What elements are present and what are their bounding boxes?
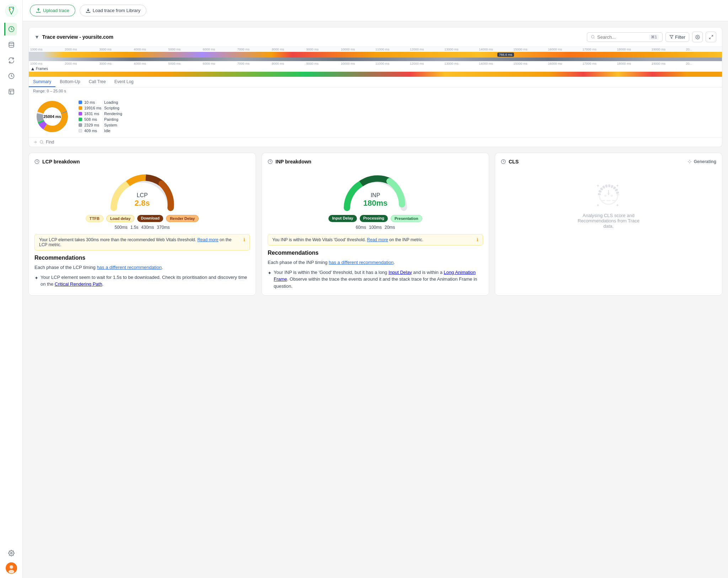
topbar: Upload trace Load trace from Library — [23, 0, 728, 21]
trace-overview-title: ▼ Trace overview - yoursite.com — [34, 34, 113, 40]
trace-search-input[interactable] — [597, 34, 647, 40]
inp-input-delay-link[interactable]: Input Delay — [389, 270, 412, 275]
legend-dot-rendering — [79, 112, 82, 115]
inp-phase-values: 60ms 100ms 20ms — [268, 225, 483, 230]
tab-summary[interactable]: Summary — [29, 77, 55, 87]
inp-val-presentation: 20ms — [385, 225, 395, 230]
inp-center-label: INP 180ms — [363, 192, 388, 208]
settings-button[interactable] — [692, 32, 703, 42]
sparkles-icon — [687, 160, 692, 164]
svg-point-15 — [697, 36, 698, 37]
inp-header: INP breakdown — [268, 159, 483, 164]
timeline-main-bar: 766.6 ms — [29, 52, 722, 58]
frames-label-row: Frames — [29, 66, 722, 72]
chart-legend: 10 ms Loading 19916 ms Scripting 1831 ms… — [79, 100, 122, 133]
load-library-button[interactable]: Load trace from Library — [80, 5, 146, 16]
lcp-val-ttfb: 500ms — [115, 225, 128, 230]
cls-placeholder-text: Analysing CLS score and Recommendations … — [573, 213, 644, 229]
inp-phases: Input Delay Processing Presentation — [268, 215, 483, 222]
lcp-rec-title: Recommendations — [34, 255, 250, 261]
inp-rec-title: Recommendations — [268, 250, 483, 256]
scale-icon — [33, 140, 37, 144]
chevron-down-icon: ▼ — [34, 34, 39, 40]
summary-tabs: Summary Bottom-Up Call Tree Event Log — [29, 77, 722, 87]
lcp-gauge-title: LCP — [135, 192, 150, 199]
tab-event-log[interactable]: Event Log — [110, 77, 138, 87]
lcp-read-more-link[interactable]: Read more — [197, 237, 218, 242]
legend-loading: 10 ms Loading — [79, 100, 122, 104]
svg-point-1 — [9, 9, 11, 10]
expand-button[interactable] — [706, 32, 716, 42]
lcp-header: LCP breakdown — [34, 159, 250, 164]
svg-rect-5 — [9, 89, 14, 94]
lcp-val-download: 430ms — [141, 225, 154, 230]
svg-text:✦: ✦ — [596, 183, 600, 188]
legend-dot-system — [79, 123, 82, 127]
trace-header-actions: ⌘1 Filter — [587, 32, 716, 42]
lcp-phase-load: Load delay — [106, 215, 134, 222]
donut-chart: 25004 ms — [34, 99, 70, 134]
lcp-center-label: LCP 2.8s — [135, 192, 150, 208]
inp-read-more-link[interactable]: Read more — [367, 237, 388, 242]
sidebar-item-refresh[interactable] — [5, 54, 18, 67]
svg-point-11 — [9, 570, 14, 573]
cls-placeholder-icon: ✦ ✦ ✦ ✦ — [594, 180, 623, 209]
sparkle-icon-inp: ✦ — [268, 270, 272, 290]
svg-point-10 — [10, 565, 13, 569]
lcp-crp-link[interactable]: Critical Rendering Path — [55, 281, 102, 287]
find-bar: Find — [29, 137, 722, 147]
svg-line-16 — [711, 35, 713, 37]
legend-idle: 409 ms Idle — [79, 129, 122, 133]
sidebar-item-database[interactable] — [5, 38, 18, 51]
lcp-gauge-value: 2.8s — [135, 199, 150, 208]
sidebar-item-history[interactable] — [5, 70, 18, 82]
lcp-rec-intro: Each phase of the LCP timing has a diffe… — [34, 264, 250, 271]
lcp-val-render: 370ms — [157, 225, 170, 230]
timeline-secondary-bar — [29, 58, 722, 61]
user-avatar[interactable] — [6, 562, 17, 574]
svg-point-2 — [12, 8, 13, 9]
svg-line-17 — [709, 37, 711, 39]
inp-title: INP breakdown — [275, 159, 311, 164]
svg-text:✦: ✦ — [596, 203, 600, 208]
svg-marker-14 — [670, 36, 673, 39]
sidebar-item-settings[interactable] — [5, 547, 18, 560]
lcp-phase-values: 500ms 1.5s 430ms 370ms — [34, 225, 250, 230]
svg-point-3 — [9, 42, 14, 44]
tab-call-tree[interactable]: Call Tree — [85, 77, 110, 87]
lcp-phase-ttfb: TTFB — [86, 215, 103, 222]
cls-placeholder: ✦ ✦ ✦ ✦ — [501, 169, 716, 240]
tab-bottom-up[interactable]: Bottom-Up — [55, 77, 84, 87]
filter-button[interactable]: Filter — [665, 32, 689, 42]
gear-icon — [695, 35, 700, 39]
inp-info-box: You INP is within the Web Vitals 'Good' … — [268, 234, 483, 245]
inp-phase-presentation: Presentation — [391, 215, 422, 222]
inp-laf-link[interactable]: Long Animation Frame — [274, 270, 476, 282]
lcp-rec-item: ✦ Your LCP element seem to wait for 1.5s… — [34, 274, 250, 288]
generating-label: Generating — [694, 159, 716, 164]
inp-card: INP breakdown INP 180ms — [262, 153, 489, 296]
trace-search-box[interactable]: ⌘1 — [587, 32, 663, 42]
legend-dot-loading — [79, 101, 82, 104]
logo-icon[interactable] — [5, 4, 18, 17]
trace-overview-header: ▼ Trace overview - yoursite.com ⌘1 — [29, 27, 722, 47]
upload-trace-button[interactable]: Upload trace — [30, 5, 75, 16]
svg-marker-18 — [31, 67, 34, 70]
inp-gauge: INP 180ms — [268, 169, 483, 215]
inp-rec-link[interactable]: has a different recommendation — [329, 260, 394, 265]
svg-text:✦: ✦ — [616, 183, 619, 188]
lcp-title: LCP breakdown — [42, 159, 80, 164]
sidebar-item-reports[interactable] — [5, 85, 18, 98]
lcp-phase-render: Render Delay — [166, 215, 199, 222]
clock-icon-lcp — [34, 159, 39, 164]
load-library-label: Load trace from Library — [93, 8, 140, 13]
svg-point-38 — [611, 195, 613, 197]
generating-badge: Generating — [687, 159, 716, 164]
svg-rect-42 — [612, 200, 616, 201]
timeline-visualization: 1000 ms2000 ms3000 ms4000 ms5000 ms6000 … — [29, 47, 722, 77]
svg-line-13 — [594, 38, 594, 38]
lcp-rec-link[interactable]: has a different recommendation — [97, 265, 162, 270]
sparkle-icon-lcp: ✦ — [34, 275, 38, 288]
sidebar-item-dashboard[interactable] — [4, 23, 17, 36]
timeline-ruler-bottom: 1000 ms2000 ms3000 ms4000 ms5000 ms6000 … — [29, 61, 722, 66]
